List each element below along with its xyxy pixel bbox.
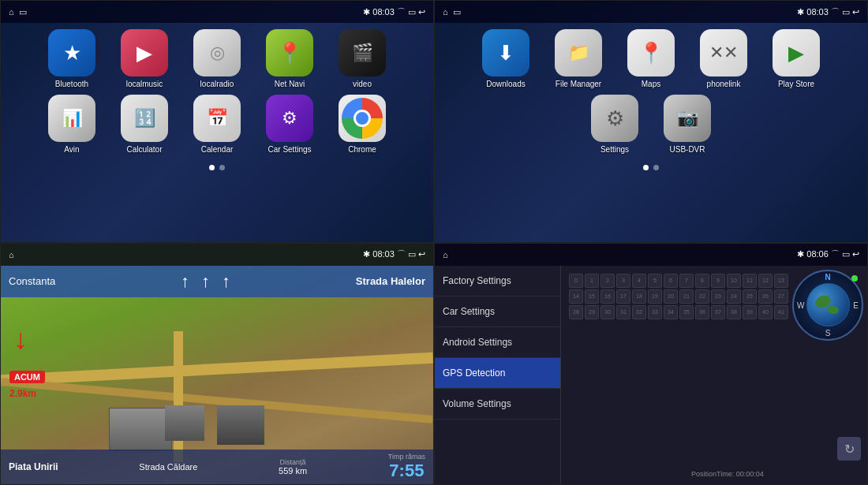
app-label-phonelink: phonelink	[707, 80, 741, 88]
distanta-label: Distanță	[279, 458, 307, 466]
app-chrome[interactable]: Chrome	[334, 95, 391, 154]
back-icon[interactable]: ↩	[418, 7, 425, 17]
statusbar-top-right: ⌂ ▭ ✱ 08:03 ⌒ ▭ ↩	[435, 1, 867, 23]
time-display: 08:03	[372, 7, 395, 17]
gps-refresh-button[interactable]: ↻	[837, 437, 861, 461]
app-localmusic[interactable]: ▶ localmusic	[116, 29, 173, 88]
dot-r1-active[interactable]	[643, 165, 649, 170]
settings-item-volume[interactable]: Volume Settings	[435, 389, 560, 420]
building-3	[217, 405, 264, 445]
cell-35: 35	[679, 305, 694, 319]
app-icon-maps: 📍	[627, 29, 675, 76]
dot-1-active[interactable]	[209, 165, 215, 170]
cell-28: 28	[569, 305, 583, 319]
menu-icon[interactable]: ▭	[19, 7, 27, 17]
apps-row-r2: ⚙ Settings 📷 USB-DVR	[586, 95, 716, 154]
home-icon-r[interactable]: ⌂	[443, 7, 448, 17]
menu-icon-r[interactable]: ▭	[453, 7, 461, 17]
app-icon-playstore: ▶	[773, 29, 820, 76]
app-icon-filemanager: 📁	[555, 29, 602, 76]
position-time-display: PositionTime: 00:00:04	[691, 470, 764, 478]
cell-39: 39	[743, 305, 757, 319]
statusbar-nav-center: ✱ 08:03 ⌒ ▭ ↩	[363, 248, 425, 260]
app-label-usbdvr: USB-DVR	[669, 145, 705, 154]
screen-icon-nav: ▭	[408, 249, 416, 259]
nav-strada-caldare: Strada Căldare	[139, 462, 197, 472]
settings-menu: Factory Settings Car Settings Android Se…	[435, 266, 561, 485]
app-label-netnavi: Net Navi	[275, 80, 305, 88]
panel-navigation: ⌂ ✱ 08:03 ⌒ ▭ ↩ Constanta ↑ ↑ ↑ Strada H…	[0, 243, 434, 486]
cell-13: 13	[774, 274, 788, 288]
app-filemanager[interactable]: 📁 File Manager	[550, 29, 607, 88]
usbdvr-app-icon: 📷	[677, 108, 698, 129]
nav-distance-total: 559 km	[279, 466, 307, 476]
grid-row-3: 28 29 30 31 32 33 34 35 36 37 38 39 40 4…	[569, 305, 784, 319]
app-usbdvr[interactable]: 📷 USB-DVR	[659, 95, 716, 154]
nav-piata-unirii: Piata Unirii	[9, 461, 58, 472]
apps-row-2: 📊 Avin 🔢 Calculator 📅 Calendar	[43, 95, 391, 154]
settings-item-factory[interactable]: Factory Settings	[435, 266, 560, 297]
page-dots-right	[643, 165, 659, 170]
nav-time-info: Timp rămas 7:55	[388, 453, 425, 481]
cell-21: 21	[679, 289, 694, 304]
time-display-r: 08:03	[806, 7, 829, 17]
apps-row-r1: ⬇ Downloads 📁 File Manager 📍 Maps	[477, 29, 825, 88]
app-bluetooth[interactable]: ★ Bluetooth	[43, 29, 100, 88]
panel-apps-right: ⌂ ▭ ✱ 08:03 ⌒ ▭ ↩ ⬇ Downloads	[434, 0, 868, 243]
nav-small-distance: 2.9km	[9, 388, 36, 399]
app-calculator[interactable]: 🔢 Calculator	[116, 95, 173, 154]
settings-item-gps[interactable]: GPS Detection	[435, 358, 560, 389]
building-1	[109, 408, 172, 451]
grid-row-1: 0 1 2 3 4 5 6 7 8 9 10 11 12 13	[569, 274, 784, 288]
app-carsettings[interactable]: ⚙ Car Settings	[261, 95, 318, 154]
cell-23: 23	[711, 289, 725, 304]
app-phonelink[interactable]: ✕✕ phonelink	[695, 29, 752, 88]
cell-6: 6	[664, 274, 678, 288]
back-icon-settings[interactable]: ↩	[852, 249, 859, 259]
app-video[interactable]: 🎬 video	[334, 29, 391, 88]
position-time-value: 00:00:04	[736, 470, 764, 478]
cell-10: 10	[727, 274, 741, 288]
calculator-app-icon: 🔢	[134, 108, 155, 129]
back-icon-r[interactable]: ↩	[852, 7, 859, 17]
back-icon-nav[interactable]: ↩	[418, 249, 425, 259]
cell-25: 25	[743, 289, 757, 304]
settings-item-car[interactable]: Car Settings	[435, 297, 560, 327]
nav-street-name: Strada Halelor	[356, 275, 425, 287]
statusbar-settings: ⌂ ✱ 08:06 ⌒ ▭ ↩	[435, 244, 867, 266]
cell-9: 9	[711, 274, 725, 288]
cell-22: 22	[695, 289, 709, 304]
app-localradio[interactable]: ◎ localradio	[189, 29, 245, 88]
home-icon-nav[interactable]: ⌂	[9, 250, 14, 259]
app-icon-localmusic: ▶	[121, 29, 168, 76]
app-icon-usbdvr: 📷	[664, 95, 711, 142]
main-grid: ⌂ ▭ ✱ 08:03 ⌒ ▭ ↩ ★ Bluetooth	[0, 0, 868, 485]
app-downloads[interactable]: ⬇ Downloads	[477, 29, 534, 88]
app-label-localradio: localradio	[200, 80, 234, 88]
app-label-bluetooth: Bluetooth	[55, 80, 88, 88]
compass-south: S	[825, 329, 831, 338]
app-avin[interactable]: 📊 Avin	[43, 95, 100, 154]
filemanager-app-icon: 📁	[568, 43, 589, 63]
statusbar-top-left: ⌂ ▭ ✱ 08:03 ⌒ ▭ ↩	[1, 1, 433, 23]
app-settings[interactable]: ⚙ Settings	[586, 95, 643, 154]
compass-north: N	[825, 273, 830, 282]
app-netnavi[interactable]: 📍 Net Navi	[261, 29, 318, 88]
cell-29: 29	[585, 305, 599, 319]
home-icon-settings[interactable]: ⌂	[443, 250, 448, 259]
settings-item-android[interactable]: Android Settings	[435, 327, 560, 358]
app-maps[interactable]: 📍 Maps	[623, 29, 679, 88]
home-icon[interactable]: ⌂	[9, 7, 14, 17]
cell-30: 30	[600, 305, 615, 319]
app-playstore[interactable]: ▶ Play Store	[768, 29, 825, 88]
nav-distance-info: Distanță 559 km	[279, 458, 307, 476]
settings-main-content: 0 1 2 3 4 5 6 7 8 9 10 11 12 13	[561, 266, 867, 485]
nav-street: Strada Halelor	[356, 275, 425, 287]
dot-r2[interactable]	[653, 165, 659, 170]
dot-2[interactable]	[219, 165, 225, 170]
cell-0: 0	[569, 274, 583, 288]
downloads-app-icon: ⬇	[497, 41, 514, 65]
nav-arrows: ↑ ↑ ↑	[181, 271, 230, 292]
nav-turn-arrow3: ↑	[222, 271, 230, 292]
app-calendar[interactable]: 📅 Calendar	[189, 95, 245, 154]
